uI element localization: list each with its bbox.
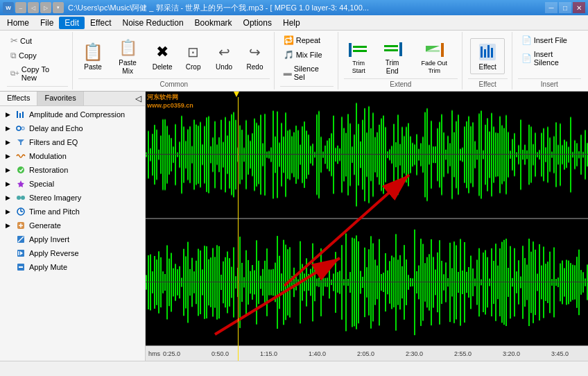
- tab-favorites[interactable]: Favorites: [37, 92, 83, 105]
- tick-5: 2:30.0: [406, 350, 423, 357]
- tab-effects[interactable]: Effects: [0, 92, 37, 105]
- tree-item-restoration[interactable]: ▶ Restoration: [0, 163, 145, 177]
- svg-rect-2: [353, 50, 367, 52]
- svg-rect-1: [353, 46, 367, 48]
- paste-button[interactable]: 📋 Paste: [78, 38, 107, 74]
- svg-point-19: [17, 166, 24, 173]
- svg-rect-12: [487, 45, 490, 58]
- apply-reverse-label: Apply Reverse: [29, 249, 79, 257]
- svg-rect-4: [384, 45, 398, 47]
- effect-button[interactable]: Effect: [470, 38, 505, 74]
- menu-help[interactable]: Help: [277, 17, 306, 29]
- effect-group-label: Effect: [468, 78, 508, 88]
- trim-start-label: TrimStart: [352, 60, 365, 75]
- amplitude-label: Amplitude and Compression: [29, 110, 125, 119]
- effects-tree: ▶ Amplitude and Compression ▶ Delay and …: [0, 106, 145, 361]
- cut-icon: ✂: [10, 35, 18, 46]
- close-btn[interactable]: ✕: [573, 2, 585, 13]
- menu-effect[interactable]: Effect: [85, 17, 116, 29]
- silence-sel-button[interactable]: ▬ Silence Sel: [280, 62, 334, 83]
- menu-file[interactable]: File: [35, 17, 59, 29]
- tree-item-apply-mute[interactable]: Apply Mute: [0, 260, 145, 274]
- tree-item-apply-invert[interactable]: Apply Invert: [0, 232, 145, 246]
- trim-end-button[interactable]: Trim End: [374, 34, 409, 78]
- back-icon[interactable]: ◁: [28, 2, 39, 13]
- trim-start-button[interactable]: TrimStart: [344, 35, 374, 78]
- apply-mute-label: Apply Mute: [29, 263, 67, 271]
- min-icon[interactable]: –: [15, 2, 26, 13]
- tree-item-time-pitch[interactable]: ▶ Time and Pitch: [0, 205, 145, 219]
- ribbon-group-extend: TrimStart Trim End: [340, 32, 462, 89]
- menu-noise-reduction[interactable]: Noise Reduction: [117, 17, 189, 29]
- fade-out-button[interactable]: Fade Out Trim: [411, 35, 458, 78]
- tree-item-modulation[interactable]: ▶ Modulation: [0, 149, 145, 163]
- repeat-icon: 🔁: [284, 35, 294, 45]
- menu-options[interactable]: Options: [238, 17, 277, 29]
- reverse-icon: [15, 248, 26, 259]
- trim-end-label: Trim End: [379, 59, 405, 76]
- window-controls: ─ □ ✕: [545, 2, 585, 13]
- watermark: 河东软件网www.pc0359.cn: [147, 93, 193, 109]
- copy-button[interactable]: ⧉ Copy: [7, 49, 40, 62]
- redo-icon: ↪: [244, 41, 266, 63]
- apply-invert-label: Apply Invert: [29, 235, 69, 243]
- ribbon-group-effect: Effect Effect: [464, 32, 512, 89]
- crop-button[interactable]: ⊡ Crop: [178, 38, 207, 74]
- expand-time-icon: ▶: [6, 208, 12, 215]
- special-icon: [15, 178, 26, 189]
- left-panel: Effects Favorites ◁ ▶ Amplitude and Comp…: [0, 92, 146, 361]
- svg-rect-6: [441, 43, 444, 57]
- fade-out-label: Fade Out Trim: [415, 60, 453, 75]
- tick-2: 1:15.0: [260, 350, 277, 357]
- cut-button[interactable]: ✂ Cut: [7, 33, 35, 48]
- paste-mix-button[interactable]: 📋 Paste Mix: [109, 34, 146, 78]
- tree-item-special[interactable]: ▶ Special: [0, 177, 145, 191]
- undo-button[interactable]: ↩ Undo: [209, 38, 239, 74]
- mix-file-button[interactable]: 🎵 Mix File: [280, 48, 326, 62]
- repeat-label: Repeat: [296, 36, 320, 44]
- fwd-icon[interactable]: ▷: [40, 2, 51, 13]
- fade-out-icon: [423, 37, 445, 60]
- menu-home[interactable]: Home: [1, 17, 35, 29]
- minimize-btn[interactable]: ─: [545, 2, 557, 13]
- copy-to-new-button[interactable]: ⧉+ Copy To New: [7, 63, 68, 84]
- menu-bookmark[interactable]: Bookmark: [189, 17, 238, 29]
- panel-tabs: Effects Favorites ◁: [0, 92, 145, 106]
- expand-gen-icon: ▶: [6, 222, 12, 229]
- insert-silence-label: Insert Silence: [534, 50, 578, 67]
- tree-item-stereo[interactable]: ▶ Stereo Imagery: [0, 191, 145, 205]
- dropdown-icon[interactable]: ▾: [53, 2, 64, 13]
- menu-edit[interactable]: Edit: [59, 17, 85, 29]
- tree-item-delay[interactable]: ▶ Delay and Echo: [0, 121, 145, 135]
- insert-silence-icon: 📄: [521, 53, 532, 63]
- expand-icon: ▶: [6, 111, 12, 118]
- delete-button[interactable]: ✖ Delete: [148, 38, 177, 74]
- tree-item-generate[interactable]: ▶ Generate: [0, 219, 145, 232]
- panel-arrow[interactable]: ◁: [132, 92, 145, 105]
- svg-point-17: [17, 126, 21, 130]
- repeat-button[interactable]: 🔁 Repeat: [280, 33, 324, 47]
- copy-new-icon: ⧉+: [10, 69, 19, 78]
- expand-delay-icon: ▶: [6, 125, 12, 132]
- insert-silence-button[interactable]: 📄 Insert Silence: [518, 48, 581, 69]
- ribbon: ✂ Cut ⧉ Copy ⧉+ Copy To New 📋 Paste 📋 Pa…: [0, 31, 588, 92]
- waveform-upper[interactable]: [146, 92, 588, 219]
- amp-icon: [15, 109, 26, 120]
- waveform-lower[interactable]: [146, 219, 588, 345]
- extend-group-label: Extend: [344, 78, 458, 88]
- tree-item-apply-reverse[interactable]: Apply Reverse: [0, 246, 145, 260]
- time-pitch-label: Time and Pitch: [29, 207, 80, 216]
- ribbon-group-insert: 📄 Insert File 📄 Insert Silence Insert: [514, 32, 585, 89]
- window-title: C:\Users\pc\Music\阿健 _ 郭采洁 - 世界上的另一个我.mp…: [68, 3, 545, 13]
- mod-icon: [15, 151, 26, 162]
- ribbon-group-mix: 🔁 Repeat 🎵 Mix File ▬ Silence Sel: [276, 32, 338, 89]
- tick-8: 3:45.0: [551, 350, 569, 357]
- tree-item-filters[interactable]: ▶ Filters and EQ: [0, 135, 145, 149]
- time-icon: [15, 206, 26, 217]
- waveform-area[interactable]: 河东软件网www.pc0359.cn hms: [146, 92, 588, 361]
- redo-button[interactable]: ↪ Redo: [240, 38, 269, 74]
- tree-item-amplitude[interactable]: ▶ Amplitude and Compression: [0, 108, 145, 121]
- copy-label: Copy: [19, 51, 37, 60]
- insert-file-button[interactable]: 📄 Insert File: [518, 33, 571, 47]
- maximize-btn[interactable]: □: [559, 2, 571, 13]
